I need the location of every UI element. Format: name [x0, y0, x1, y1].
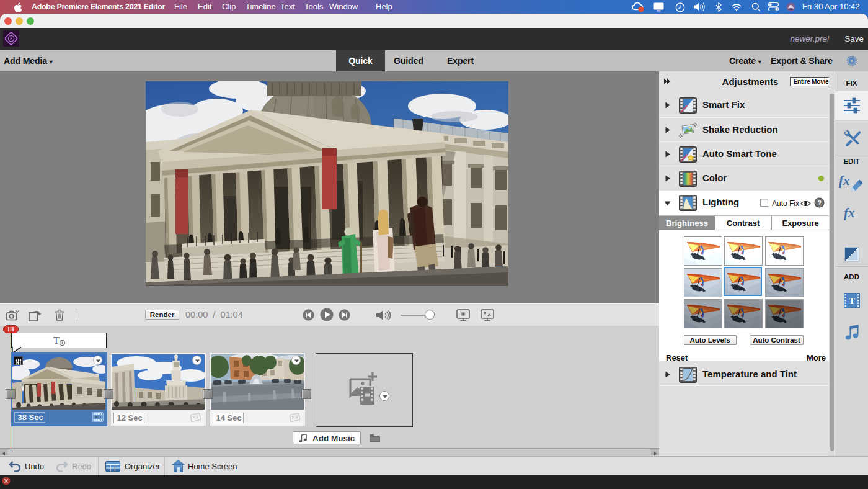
- svg-text:?: ?: [817, 199, 822, 207]
- svg-text:T: T: [849, 296, 855, 306]
- svg-text:T: T: [53, 335, 60, 346]
